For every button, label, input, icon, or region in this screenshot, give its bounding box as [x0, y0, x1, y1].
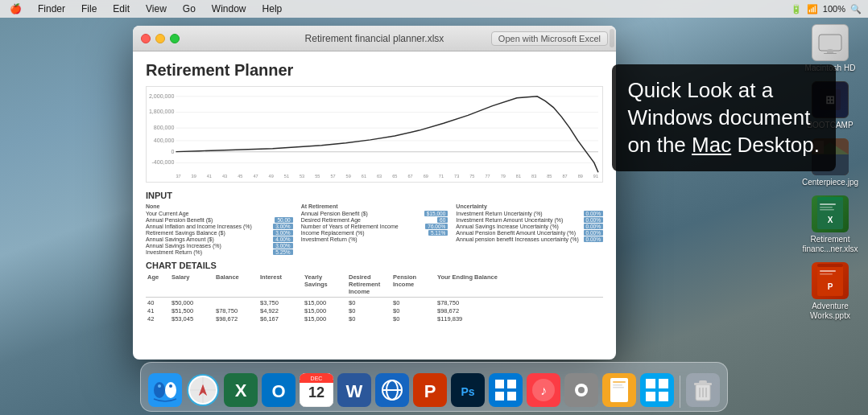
- svg-text:55: 55: [315, 174, 320, 179]
- svg-text:Ps: Ps: [461, 385, 474, 398]
- menu-view[interactable]: View: [143, 3, 170, 14]
- input-label: Annual Pension Benefit Amount Uncertaint…: [456, 230, 576, 236]
- chart-area: 2,000,000 1,800,000 800,000 400,000 0 -4…: [146, 86, 603, 183]
- dock-icon-word[interactable]: W: [337, 372, 372, 408]
- table-header: Age Salary Balance Interest Yearly Savin…: [146, 273, 603, 298]
- input-row-salary: Annual Pension Benefit ($) 50,00: [146, 217, 293, 223]
- svg-text:73: 73: [454, 174, 459, 179]
- input-row-pension: Annual Pension Benefit ($) $15,000: [301, 211, 448, 216]
- dock-icon-excel[interactable]: X: [223, 372, 258, 408]
- dock-icon-windows8[interactable]: [639, 372, 675, 408]
- overlay-text: Quick Look at a Windows document on the …: [628, 77, 820, 158]
- dock-icon-ibooks[interactable]: [601, 372, 637, 408]
- svg-rect-109: [640, 373, 674, 407]
- menu-help[interactable]: Help: [259, 3, 286, 14]
- input-label: Number of Years of Retirement Income: [301, 224, 399, 229]
- search-icon[interactable]: 🔍: [850, 4, 862, 14]
- svg-text:53: 53: [300, 174, 304, 179]
- retirement-chart: 2,000,000 1,800,000 800,000 400,000 0 -4…: [147, 87, 602, 182]
- cell-desired-3: $0: [347, 315, 391, 323]
- input-row-u1: Investment Return Uncertainty (%) 0.00%: [456, 211, 603, 216]
- table-row: 41 $51,500 $78,750 $4,922 $15,000 $0 $0 …: [146, 307, 603, 314]
- cell-balance-2: $78,750: [214, 307, 258, 314]
- input-row-inflation: Annual Inflation and Income Increases (%…: [146, 224, 293, 229]
- svg-text:47: 47: [253, 174, 258, 179]
- input-row-u2: Investment Return Amount Uncertainty (%)…: [456, 217, 603, 223]
- svg-text:59: 59: [346, 174, 351, 179]
- cell-salary-2: $51,500: [170, 307, 214, 314]
- menubar: 🍎 Finder File Edit View Go Window Help 🔋…: [0, 0, 868, 18]
- input-label: Retirement Savings Balance ($): [146, 230, 225, 236]
- dock-icon-ppt-variant[interactable]: P: [412, 372, 448, 408]
- window-maximize-button[interactable]: [170, 34, 180, 43]
- dock-icon-finder[interactable]: [147, 372, 183, 408]
- cell-yearly-1: $15,000: [303, 299, 347, 306]
- wifi-icon: 📶: [807, 4, 818, 14]
- svg-rect-106: [613, 381, 626, 383]
- apple-menu[interactable]: 🍎: [6, 3, 25, 14]
- dock-icon-trash[interactable]: [685, 372, 721, 408]
- menu-finder[interactable]: Finder: [35, 3, 68, 14]
- input-label: Income Replacement (%): [301, 230, 365, 236]
- menu-edit[interactable]: Edit: [110, 3, 133, 14]
- window-minimize-button[interactable]: [155, 34, 165, 43]
- svg-rect-113: [659, 392, 668, 401]
- cell-desired-2: $0: [347, 307, 391, 314]
- open-with-excel-button[interactable]: Open with Microsoft Excel: [491, 31, 608, 46]
- desktop-icon-retirement[interactable]: X Retirement financ...ner.xlsx: [802, 195, 858, 254]
- svg-rect-95: [507, 380, 516, 388]
- col-pension: Pension Income: [391, 273, 436, 295]
- dock-icon-outlook[interactable]: O: [261, 372, 296, 408]
- cell-salary-3: $53,045: [170, 315, 214, 323]
- window-title: Retirement financial planner.xlsx: [305, 33, 444, 44]
- overlay-mac: Mac: [692, 133, 731, 157]
- input-label: Annual Pension Benefit ($): [146, 217, 213, 223]
- cell-desired-1: $0: [347, 299, 391, 306]
- input-value: 76.00%: [425, 224, 448, 229]
- menu-file[interactable]: File: [78, 3, 100, 14]
- svg-rect-107: [613, 384, 622, 386]
- menu-window[interactable]: Window: [209, 3, 250, 14]
- overlay-line2: Windows document: [628, 105, 811, 129]
- centerpiece-label: Centerpiece.jpg: [802, 178, 858, 187]
- dock-icon-settings[interactable]: [564, 372, 599, 408]
- cell-balance-3: $98,672: [214, 315, 258, 323]
- menu-go[interactable]: Go: [180, 3, 199, 14]
- input-label: Annual Savings Increases (%): [146, 243, 221, 249]
- svg-text:P: P: [828, 282, 833, 291]
- cell-pension-3: $0: [391, 315, 436, 323]
- input-value: 4.00%: [273, 236, 292, 242]
- input-value: 3.00%: [273, 230, 292, 236]
- input-value: 3.00%: [273, 224, 292, 229]
- col-ending: Your Ending Balance: [436, 273, 528, 295]
- svg-text:81: 81: [516, 174, 521, 179]
- input-col-none-header: None: [146, 203, 293, 209]
- svg-rect-14: [820, 209, 834, 211]
- svg-rect-11: [817, 197, 843, 200]
- dock-icon-safari[interactable]: [185, 372, 221, 408]
- svg-text:71: 71: [439, 174, 444, 179]
- col-age: Age: [146, 273, 170, 295]
- input-value: $15,000: [424, 211, 448, 216]
- input-value: 0.00%: [584, 217, 603, 223]
- table-row: 42 $53,045 $98,672 $6,167 $15,000 $0 $0 …: [146, 315, 603, 323]
- svg-text:0: 0: [171, 149, 174, 154]
- dock-icon-ie[interactable]: [374, 372, 410, 408]
- window-scrollbar[interactable]: [610, 29, 614, 47]
- desktop-icon-adventure[interactable]: P Adventure Works.pptx: [802, 262, 858, 321]
- dock-icon-photoshop[interactable]: Ps: [450, 372, 486, 408]
- input-section-title: INPUT: [146, 191, 603, 200]
- svg-rect-93: [489, 373, 523, 407]
- dock-icon-calendar[interactable]: DEC12: [299, 372, 334, 408]
- svg-text:67: 67: [407, 174, 412, 179]
- input-value: 60: [437, 217, 448, 223]
- svg-text:87: 87: [562, 174, 567, 179]
- window-close-button[interactable]: [141, 34, 151, 43]
- svg-text:79: 79: [501, 174, 506, 179]
- col-yearly-savings: Yearly Savings: [303, 273, 347, 295]
- dock-icon-windows[interactable]: [488, 372, 523, 408]
- input-row-u5: Annual pension benefit Increases uncerta…: [456, 236, 603, 242]
- cell-ending-2: $98,672: [436, 307, 528, 314]
- dock-icon-itunes[interactable]: ♪: [526, 372, 561, 408]
- quicklook-window: Retirement financial planner.xlsx Open w…: [133, 26, 616, 360]
